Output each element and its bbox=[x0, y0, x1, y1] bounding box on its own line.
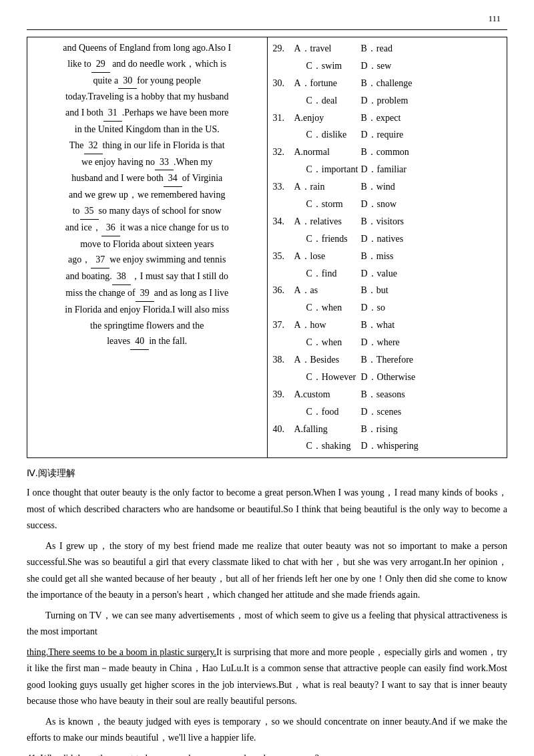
q34-num: 34. bbox=[273, 213, 294, 230]
q29-num: 29. bbox=[273, 40, 294, 57]
q33-a: A．rain bbox=[294, 178, 361, 196]
q36-b: B．but bbox=[361, 282, 428, 299]
q35-c: C．find bbox=[294, 265, 361, 282]
left-text-line3: quite a30for young people bbox=[93, 75, 201, 85]
question-33-row2: C．storm D．snow bbox=[273, 196, 502, 213]
q36-a: A．as bbox=[294, 282, 361, 299]
q39-a: A.custom bbox=[294, 386, 361, 403]
question-38-row2: C．However D．Otherwise bbox=[273, 369, 502, 386]
top-border bbox=[27, 29, 507, 30]
question-37-row2: C．when D．where bbox=[273, 334, 502, 351]
main-content-table: and Queens of England from long ago.Also… bbox=[27, 37, 507, 458]
q38-c: C．However bbox=[294, 369, 361, 386]
left-text-line2: like to29 and do needle work，which is bbox=[67, 59, 226, 69]
question-30-row2: C．deal D．problem bbox=[273, 92, 502, 110]
q29-b: B．read bbox=[361, 40, 428, 57]
q37-b: B．what bbox=[361, 317, 428, 334]
q31-d: D．require bbox=[361, 126, 428, 144]
q33-c: C．storm bbox=[294, 196, 361, 213]
reading-para2: As I grew up，the story of my best friend… bbox=[27, 538, 507, 604]
q36-c: C．when bbox=[294, 299, 361, 317]
question-30-row: 30. A．fortune B．challenge bbox=[273, 75, 502, 92]
question-39-row2: C．food D．scenes bbox=[273, 403, 502, 421]
question-35-row2: C．find D．value bbox=[273, 265, 502, 282]
question-36-row: 36. A．as B．but bbox=[273, 282, 502, 299]
q29-d: D．sew bbox=[361, 57, 428, 75]
q32-b: B．common bbox=[361, 144, 428, 161]
q33-d: D．snow bbox=[361, 196, 428, 213]
reading-question-41: 41. Why did the author want to have a go… bbox=[27, 751, 507, 756]
q39-b: B．seasons bbox=[361, 386, 428, 403]
left-text-line13: move to Florida about sixteen years bbox=[80, 239, 214, 249]
question-32-row2: C．important D．familiar bbox=[273, 161, 502, 178]
left-text-line10: and we grew up，we remembered having bbox=[69, 190, 225, 200]
left-text-line15: and boating.38，I must say that I still d… bbox=[66, 271, 228, 281]
q37-a: A．how bbox=[294, 317, 361, 334]
left-text-line9: husband and I were both34of Virginia bbox=[71, 173, 222, 183]
question-36-row2: C．when D．so bbox=[273, 299, 502, 317]
left-text-line19: leaves40in the fall. bbox=[107, 336, 187, 346]
q35-d: D．value bbox=[361, 265, 428, 282]
q31-a: A.enjoy bbox=[294, 110, 361, 127]
q35-a: A．lose bbox=[294, 248, 361, 265]
question-38-row: 38. A．Besides B．Therefore bbox=[273, 351, 502, 369]
q40-c: C．shaking bbox=[294, 437, 361, 455]
q34-b: B．visitors bbox=[361, 213, 428, 230]
q31-c: C．dislike bbox=[294, 126, 361, 144]
q31-num: 31. bbox=[273, 110, 294, 127]
left-text-line16: miss the change of39and as long as I liv… bbox=[65, 288, 228, 298]
reading-para4: thing.There seems to be a boom in plasti… bbox=[27, 644, 507, 710]
reading-para5: As is known，the beauty judged with eyes … bbox=[27, 714, 507, 747]
section4-header: Ⅳ.阅读理解 bbox=[27, 467, 507, 480]
reading-para3: Turning on TV，we can see many advertisem… bbox=[27, 608, 507, 640]
q34-c: C．friends bbox=[294, 230, 361, 248]
q36-num: 36. bbox=[273, 282, 294, 299]
left-text-line12: and ice，36it was a nice change for us to bbox=[65, 222, 229, 232]
left-text-line17: in Florida and enjoy Florida.I will also… bbox=[65, 305, 229, 315]
left-text-line18: the springtime flowers and the bbox=[90, 321, 204, 331]
reading-para1: I once thought that outer beauty is the … bbox=[27, 485, 507, 534]
q32-a: A.normal bbox=[294, 144, 361, 161]
q30-b: B．challenge bbox=[361, 75, 428, 92]
left-text-line8: we enjoy having no33.When my bbox=[81, 157, 212, 167]
q40-b: B．rising bbox=[361, 421, 428, 438]
q39-c: C．food bbox=[294, 403, 361, 421]
question-31-row2: C．dislike D．require bbox=[273, 126, 502, 144]
question-29-row2: C．swim D．sew bbox=[273, 57, 502, 75]
q38-a: A．Besides bbox=[294, 351, 361, 369]
question-39-row: 39. A.custom B．seasons bbox=[273, 386, 502, 403]
q30-a: A．fortune bbox=[294, 75, 361, 92]
q32-d: D．familiar bbox=[361, 161, 428, 178]
left-text-line4: today.Traveling is a hobby that my husba… bbox=[65, 91, 229, 102]
q40-num: 40. bbox=[273, 421, 294, 438]
q36-d: D．so bbox=[361, 299, 428, 317]
q38-d: D．Otherwise bbox=[361, 369, 428, 386]
q33-b: B．wind bbox=[361, 178, 428, 196]
question-34-row2: C．friends D．natives bbox=[273, 230, 502, 248]
left-text-line6: in the United Kingdom than in the US. bbox=[75, 124, 220, 134]
left-text-line14: ago，37we enjoy swimming and tennis bbox=[68, 254, 226, 264]
q32-c: C．important bbox=[294, 161, 361, 178]
q30-d: D．problem bbox=[361, 92, 428, 110]
q32-num: 32. bbox=[273, 144, 294, 161]
q35-b: B．miss bbox=[361, 248, 428, 265]
reading-comprehension-body: I once thought that outer beauty is the … bbox=[27, 485, 507, 756]
page-number-top: 111 bbox=[27, 13, 507, 24]
q29-c: C．swim bbox=[294, 57, 361, 75]
left-text-line11: to35so many days of school for snow bbox=[73, 206, 222, 216]
question-35-row: 35. A．lose B．miss bbox=[273, 248, 502, 265]
q34-d: D．natives bbox=[361, 230, 428, 248]
question-37-row: 37. A．how B．what bbox=[273, 317, 502, 334]
q37-c: C．when bbox=[294, 334, 361, 351]
q30-num: 30. bbox=[273, 75, 294, 92]
q35-num: 35. bbox=[273, 248, 294, 265]
q33-num: 33. bbox=[273, 178, 294, 196]
q39-num: 39. bbox=[273, 386, 294, 403]
question-34-row: 34. A．relatives B．visitors bbox=[273, 213, 502, 230]
q29-a: A．travel bbox=[294, 40, 361, 57]
question-40-row2: C．shaking D．whispering bbox=[273, 437, 502, 455]
question-31-row: 31. A.enjoy B．expect bbox=[273, 110, 502, 127]
q38-b: B．Therefore bbox=[361, 351, 428, 369]
question-32-row: 32. A.normal B．common bbox=[273, 144, 502, 161]
q37-num: 37. bbox=[273, 317, 294, 334]
